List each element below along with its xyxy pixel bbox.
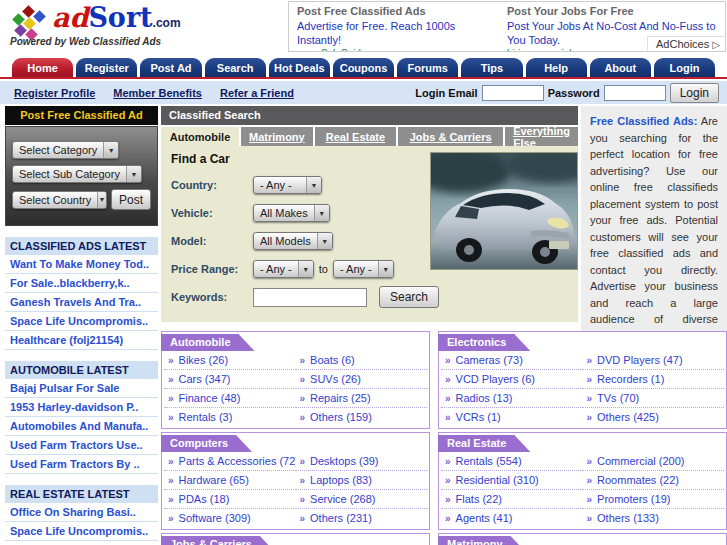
adsort-logo[interactable]: adSort.com xyxy=(52,2,181,33)
category-link[interactable]: »Desktops (39) xyxy=(296,452,428,471)
country-select[interactable]: Select Country ▼ xyxy=(12,191,107,209)
model-select[interactable]: All Models ▼ xyxy=(253,232,333,250)
post-ad-panel: Select Category ▼ Select Sub Category ▼ … xyxy=(5,126,158,226)
category-link[interactable]: »Flats (22) xyxy=(441,490,583,509)
latest-ad-link[interactable]: 1953 Harley-davidson P.. xyxy=(5,398,158,417)
category-link[interactable]: »Agents (41) xyxy=(441,509,583,527)
login-email-input[interactable] xyxy=(482,85,544,101)
category-link[interactable]: »Commercial (200) xyxy=(583,452,725,471)
nav-tab-forums[interactable]: Forums xyxy=(397,58,458,77)
category-link[interactable]: »SUVs (26) xyxy=(296,370,428,389)
category-link-label: Agents (41) xyxy=(456,512,513,524)
subcategory-select-value: Select Sub Category xyxy=(13,166,126,182)
category-link[interactable]: »Parts & Accessories (72) xyxy=(164,452,296,471)
latest-ad-link[interactable]: For Sale..blackberry,k.. xyxy=(5,274,158,293)
tab-jobs-carriers[interactable]: Jobs & Carriers xyxy=(398,127,503,146)
double-arrow-icon: » xyxy=(300,374,306,385)
category-link[interactable]: »Others (425) xyxy=(583,408,725,426)
adchoices-label: AdChoices xyxy=(656,38,709,50)
refer-a-friend-link[interactable]: Refer a Friend xyxy=(220,87,294,99)
register-profile-link[interactable]: Register Profile xyxy=(14,87,95,99)
nav-tab-hot-deals[interactable]: Hot Deals xyxy=(269,58,330,77)
latest-ad-link[interactable]: Ganesh Travels And Tra.. xyxy=(5,293,158,312)
latest-ad-link[interactable]: Office On Sharing Basi.. xyxy=(5,503,158,522)
category-link[interactable]: »VCRs (1) xyxy=(441,408,583,426)
post-button[interactable]: Post xyxy=(111,189,151,210)
category-link[interactable]: »Bikes (26) xyxy=(164,351,296,370)
category-link[interactable]: »Cameras (73) xyxy=(441,351,583,370)
category-link[interactable]: »Laptops (83) xyxy=(296,471,428,490)
price-to-select[interactable]: - Any - ▼ xyxy=(333,260,394,278)
latest-ad-link[interactable]: Automobiles And Manufa.. xyxy=(5,417,158,436)
tab-matrimony[interactable]: Matrimony xyxy=(241,127,313,146)
latest-ad-link[interactable]: Used Farm Tractors By .. xyxy=(5,455,158,474)
nav-tab-login[interactable]: Login xyxy=(654,58,715,77)
category-link[interactable]: »Boats (6) xyxy=(296,351,428,370)
adchoices-badge[interactable]: AdChoices ▷ xyxy=(647,36,725,51)
category-link[interactable]: »Service (268) xyxy=(296,490,428,509)
category-link[interactable]: »Rentals (554) xyxy=(441,452,583,471)
category-link[interactable]: »Others (133) xyxy=(583,509,725,527)
ad1-url[interactable]: www.SaleSpider.com xyxy=(297,47,491,51)
latest-ad-link[interactable]: Healthcare (folj21154) xyxy=(5,331,158,350)
nav-tab-coupons[interactable]: Coupons xyxy=(333,58,394,77)
double-arrow-icon: » xyxy=(168,513,174,524)
category-link[interactable]: »Software (309) xyxy=(164,509,296,527)
category-link-label: Cars (347) xyxy=(179,373,231,385)
category-link[interactable]: »Finance (48) xyxy=(164,389,296,408)
nav-tab-tips[interactable]: Tips xyxy=(461,58,522,77)
classified-ads-latest-section: CLASSIFIED ADS LATEST Want To Make Money… xyxy=(5,237,158,350)
nav-tab-help[interactable]: Help xyxy=(526,58,587,77)
vehicle-select[interactable]: All Makes ▼ xyxy=(253,204,330,222)
category-link-label: Residential (310) xyxy=(456,474,539,486)
nav-tab-search[interactable]: Search xyxy=(205,58,266,77)
category-link[interactable]: »TVs (70) xyxy=(583,389,725,408)
subcategory-select[interactable]: Select Sub Category ▼ xyxy=(12,165,142,183)
sponsored-ad-2[interactable]: Post Your Jobs For Free Post Your Jobs A… xyxy=(499,2,725,51)
category-link[interactable]: »Others (159) xyxy=(296,408,428,426)
login-button[interactable]: Login xyxy=(670,83,719,103)
category-link[interactable]: »Radios (13) xyxy=(441,389,583,408)
section-header: REAL ESTATE LATEST xyxy=(5,485,158,503)
double-arrow-icon: » xyxy=(445,456,451,467)
tab-real-estate[interactable]: Real Estate xyxy=(315,127,396,146)
price-from-select[interactable]: - Any - ▼ xyxy=(253,260,314,278)
nav-tab-register[interactable]: Register xyxy=(76,58,137,77)
category-link[interactable]: »DVD Players (47) xyxy=(583,351,725,370)
nav-tab-about[interactable]: About xyxy=(590,58,651,77)
category-link[interactable]: »Repairs (25) xyxy=(296,389,428,408)
sponsored-ad-1[interactable]: Post Free Classified Ads Advertise for F… xyxy=(289,2,499,51)
tab-everything-else[interactable]: Everything Else xyxy=(505,127,578,146)
category-link-label: Desktops (39) xyxy=(310,455,378,467)
category-link[interactable]: »PDAs (18) xyxy=(164,490,296,509)
category-link[interactable]: »Others (231) xyxy=(296,509,428,527)
latest-ad-link[interactable]: Space Life Uncompromis.. xyxy=(5,522,158,541)
category-link[interactable]: »Cars (347) xyxy=(164,370,296,389)
category-link-label: Boats (6) xyxy=(310,354,355,366)
chevron-down-icon: ▼ xyxy=(306,177,321,193)
category-select[interactable]: Select Category ▼ xyxy=(12,141,119,159)
category-link[interactable]: »Hardware (65) xyxy=(164,471,296,490)
latest-ad-link[interactable]: Bajaj Pulsar For Sale xyxy=(5,379,158,398)
latest-ad-link[interactable]: Space Life Uncompromis.. xyxy=(5,541,158,545)
nav-tab-home[interactable]: Home xyxy=(12,58,73,77)
double-arrow-icon: » xyxy=(445,475,451,486)
category-link[interactable]: »Recorders (1) xyxy=(583,370,725,389)
keywords-input[interactable] xyxy=(253,288,367,307)
tab-automobile[interactable]: Automobile xyxy=(161,127,239,146)
category-link[interactable]: »VCD Players (6) xyxy=(441,370,583,389)
double-arrow-icon: » xyxy=(168,475,174,486)
latest-ad-link[interactable]: Space Life Uncompromis.. xyxy=(5,312,158,331)
nav-tab-post-ad[interactable]: Post Ad xyxy=(140,58,201,77)
category-link[interactable]: »Roommates (22) xyxy=(583,471,725,490)
member-benefits-link[interactable]: Member Benefits xyxy=(113,87,202,99)
search-country-select[interactable]: - Any - ▼ xyxy=(253,176,322,194)
category-link[interactable]: »Residential (310) xyxy=(441,471,583,490)
password-input[interactable] xyxy=(604,85,666,101)
category-link-label: Radios (13) xyxy=(456,392,513,404)
category-link[interactable]: »Rentals (3) xyxy=(164,408,296,426)
search-button[interactable]: Search xyxy=(379,286,439,308)
category-link[interactable]: »Promoters (19) xyxy=(583,490,725,509)
latest-ad-link[interactable]: Used Farm Tractors Use.. xyxy=(5,436,158,455)
latest-ad-link[interactable]: Want To Make Money Tod.. xyxy=(5,255,158,274)
